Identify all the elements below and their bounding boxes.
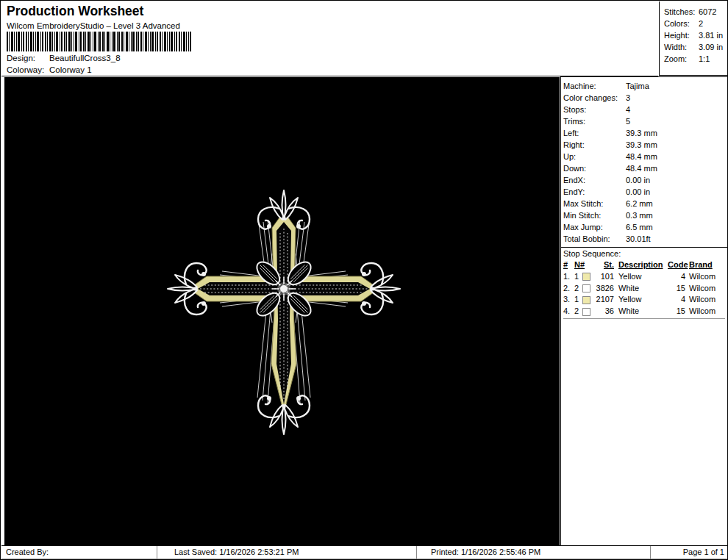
stop-sequence-section: Stop Sequence: # N# St. Description Code… [561,247,727,319]
info-label: Right: [563,139,626,151]
info-value: 4 [626,104,630,115]
col-header-description: Description [614,259,668,271]
footer-printed: Printed: 1/16/2026 2:55:46 PM [417,546,651,559]
machine-info-row: Right:39.3 mm [563,139,727,151]
info-value: 3 [626,92,630,104]
stat-label: Colors: [664,18,699,29]
info-label: Down: [563,162,626,174]
design-canvas [4,77,560,545]
info-label: EndX: [563,174,626,186]
stat-value: 1:1 [699,53,710,65]
design-stats-box: Stitches:6072 Colors:2 Height:3.81 in Wi… [659,1,727,76]
info-value: 6.5 mm [626,221,653,233]
stat-value: 3.81 in [699,29,723,41]
machine-info-row: Total Bobbin:30.01ft [563,233,727,245]
footer-last-saved: Last Saved: 1/16/2026 2:53:21 PM [157,546,417,559]
info-label: Color changes: [563,92,626,104]
machine-info-row: Color changes:3 [563,92,727,104]
thread-color-swatch [582,308,590,316]
header: Production Worksheet Wilcom EmbroiderySt… [1,1,658,76]
machine-info-row: Up:48.4 mm [563,151,727,162]
machine-info-row: Max Jump:6.5 mm [563,221,727,233]
stat-row: Colors:2 [664,18,727,29]
thread-color-swatch [582,284,590,292]
production-worksheet-page: Production Worksheet Wilcom EmbroiderySt… [0,0,728,560]
colorway-value: Colorway 1 [49,65,92,74]
cross-design-svg [4,77,560,545]
stat-row: Height:3.81 in [664,29,727,41]
info-label: Min Stitch: [563,209,626,221]
info-label: Trims: [563,115,626,127]
info-value: 5 [626,115,630,127]
info-label: Total Bobbin: [563,233,626,245]
info-label: Max Jump: [563,221,626,233]
machine-info-panel: Machine:Tajima Color changes:3 Stops:4 T… [560,76,727,545]
stop-sequence-title: Stop Sequence: [563,248,727,259]
stat-row: Width:3.09 in [664,41,727,53]
footer-created-by: Created By: [1,546,157,559]
footer: Created By: Last Saved: 1/16/2026 2:53:2… [1,545,728,559]
footer-page-number: Page 1 of 1 [651,546,728,559]
stop-sequence-table: 1. 1 101 Yellow 4 Wilcom 2. 2 3826 White… [563,271,725,319]
stat-label: Stitches: [664,6,699,18]
info-label: Stops: [563,104,626,115]
info-value: 39.3 mm [626,139,657,151]
stop-sequence-row: 2. 2 3826 White 15 Wilcom [563,283,725,295]
col-header-needle: N# [574,259,582,271]
info-value: Tajima [626,80,649,92]
thread-color-swatch [582,296,590,304]
colorway-label: Colorway: [7,65,49,74]
info-value: 48.4 mm [626,151,657,162]
machine-info-row: Trims:5 [563,115,727,127]
info-value: 0.3 mm [626,209,653,221]
colorway-row: Colorway:Colorway 1 [7,65,92,74]
machine-info-row: EndY:0.00 in [563,186,727,198]
info-value: 0.00 in [626,174,650,186]
info-label: Max Stitch: [563,198,626,209]
machine-info-row: EndX:0.00 in [563,174,727,186]
design-label: Design: [7,54,49,62]
stat-label: Width: [664,41,699,53]
col-header-code: Code [668,259,685,271]
col-header-stitches: St. [594,259,614,271]
stat-value: 3.09 in [699,41,723,53]
info-value: 6.2 mm [626,198,653,209]
stat-label: Zoom: [664,53,699,65]
stop-sequence-header: # N# St. Description Code Brand [563,259,727,271]
stop-sequence-row: 4. 2 36 White 15 Wilcom [563,306,725,317]
info-label: Machine: [563,80,626,92]
stop-sequence-row: 3. 1 2107 Yellow 4 Wilcom [563,294,725,306]
info-value: 48.4 mm [626,162,657,174]
machine-info-row: Stops:4 [563,104,727,115]
stop-sequence-row: 1. 1 101 Yellow 4 Wilcom [563,271,725,283]
machine-info-row: Min Stitch:0.3 mm [563,209,727,221]
col-header-num: # [563,259,574,271]
thread-color-swatch [582,273,590,281]
design-row: Design:BeautifullCross3_8 [7,54,121,62]
col-header-brand: Brand [685,259,713,271]
page-title: Production Worksheet [7,4,143,19]
stat-row: Stitches:6072 [664,6,727,18]
stat-value: 2 [699,18,703,29]
info-value: 0.00 in [626,186,650,198]
machine-info-row: Down:48.4 mm [563,162,727,174]
stat-value: 6072 [699,6,716,18]
info-label: Up: [563,151,626,162]
cross-gold-arms [189,212,379,413]
info-value: 30.01ft [626,233,651,245]
machine-info-row: Max Stitch:6.2 mm [563,198,727,209]
stat-row: Zoom:1:1 [664,53,727,65]
info-value: 39.3 mm [626,127,657,139]
info-label: EndY: [563,186,626,198]
barcode-icon [7,32,191,51]
app-subtitle: Wilcom EmbroideryStudio – Level 3 Advanc… [7,21,180,30]
info-label: Left: [563,127,626,139]
stat-label: Height: [664,29,699,41]
machine-info-row: Left:39.3 mm [563,127,727,139]
machine-info-row: Machine:Tajima [563,80,727,92]
design-value: BeautifullCross3_8 [49,54,121,62]
